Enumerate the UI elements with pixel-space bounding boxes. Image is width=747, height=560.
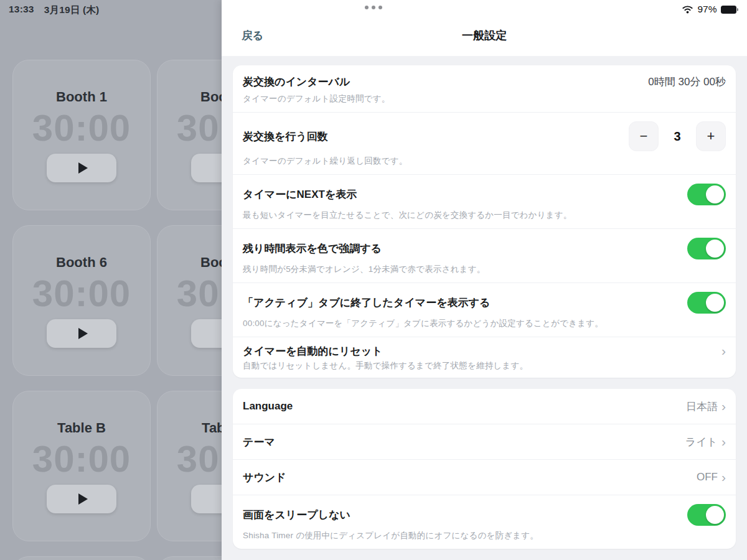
setting-row-auto-reset[interactable]: タイマーを自動的にリセット › 自動ではリセットしません。手動で操作するまで終了… (233, 337, 736, 378)
status-bar-right: 97% (682, 4, 738, 15)
show-next-toggle[interactable] (687, 184, 726, 205)
interval-value: 0時間 30分 00秒 (648, 75, 726, 89)
row-subtitle: タイマーのデフォルト繰り返し回数です。 (243, 156, 726, 167)
toggle-knob (706, 185, 724, 203)
row-title: 「アクティブ」タブに終了したタイマーを表示する (243, 296, 490, 310)
timer-board-background: 13:33 3月19日 (木) Booth 1 30:00 Booth 2 30… (0, 0, 222, 560)
chevron-right-icon: › (721, 400, 726, 413)
settings-group-app: Language 日本語 › テーマ ライト › (233, 389, 736, 549)
theme-value: ライト (685, 435, 718, 449)
setting-row-sound[interactable]: サウンド OFF › (233, 459, 736, 495)
multitask-handle-icon[interactable] (365, 6, 382, 9)
toggle-knob (706, 240, 724, 258)
row-title: タイマーを自動的にリセット (243, 344, 383, 358)
settings-list: 炭交換のインターバル 0時間 30分 00秒 タイマーのデフォルト設定時間です。… (222, 56, 747, 560)
setting-row-color-emphasis: 残り時間表示を色で強調する 残り時間が5分未満でオレンジ、1分未満で赤で表示され… (233, 228, 736, 282)
row-subtitle: タイマーのデフォルト設定時間です。 (243, 93, 726, 105)
sound-value: OFF (697, 471, 718, 483)
row-title: テーマ (243, 435, 275, 449)
setting-row-keep-awake: 画面をスリープしない Shisha Timer の使用中にディスプレイが自動的に… (233, 495, 736, 549)
row-subtitle: 最も短いタイマーを目立たせることで、次にどの炭を交換するか一目でわかります。 (243, 210, 726, 221)
color-emphasis-toggle[interactable] (687, 238, 726, 259)
row-subtitle: 自動ではリセットしません。手動で操作するまで終了状態を維持します。 (243, 360, 726, 371)
settings-group-timer: 炭交換のインターバル 0時間 30分 00秒 タイマーのデフォルト設定時間です。… (233, 65, 736, 378)
keep-awake-toggle[interactable] (687, 504, 726, 526)
toggle-knob (706, 294, 724, 312)
chevron-right-icon: › (721, 436, 726, 448)
battery-percent: 97% (697, 4, 716, 15)
row-subtitle: Shisha Timer の使用中にディスプレイが自動的にオフになるのを防ぎます… (243, 530, 726, 541)
repeat-count-stepper: − 3 + (629, 121, 726, 151)
setting-row-interval[interactable]: 炭交換のインターバル 0時間 30分 00秒 タイマーのデフォルト設定時間です。 (233, 65, 736, 112)
repeat-count-value: 3 (670, 129, 685, 144)
row-subtitle: 00:00になったタイマーを「アクティブ」タブに表示するかどうか設定することがで… (243, 318, 726, 329)
row-title: 炭交換を行う回数 (243, 129, 328, 144)
row-title: Language (243, 400, 293, 413)
row-subtitle: 残り時間が5分未満でオレンジ、1分未満で赤で表示されます。 (243, 264, 726, 275)
toggle-knob (706, 506, 724, 524)
chevron-right-icon: › (721, 345, 726, 357)
setting-row-language[interactable]: Language 日本語 › (233, 389, 736, 424)
row-title: 炭交換のインターバル (243, 75, 350, 89)
row-title: 画面をスリープしない (243, 508, 350, 522)
sheet-header: 戻る 一般設定 (222, 0, 747, 56)
row-title: タイマーにNEXTを表示 (243, 187, 357, 202)
general-settings-sheet: 戻る 一般設定 炭交換のインターバル 0時間 30分 00秒 タイマーのデフォル… (222, 0, 747, 560)
minus-button[interactable]: − (629, 121, 659, 151)
chevron-right-icon: › (721, 471, 726, 483)
plus-button[interactable]: + (696, 121, 726, 151)
row-title: サウンド (243, 470, 286, 485)
dismiss-scrim[interactable] (0, 0, 222, 560)
language-value: 日本語 (686, 399, 718, 414)
show-finished-toggle[interactable] (687, 292, 726, 314)
setting-row-theme[interactable]: テーマ ライト › (233, 424, 736, 459)
row-title: 残り時間表示を色で強調する (243, 241, 382, 256)
setting-row-show-next: タイマーにNEXTを表示 最も短いタイマーを目立たせることで、次にどの炭を交換す… (233, 174, 736, 228)
page-title: 一般設定 (222, 28, 747, 43)
wifi-icon (682, 5, 693, 14)
battery-icon (721, 6, 739, 14)
setting-row-show-finished: 「アクティブ」タブに終了したタイマーを表示する 00:00になったタイマーを「ア… (233, 282, 736, 337)
setting-row-repeat-count: 炭交換を行う回数 − 3 + タイマーのデフォルト繰り返し回数です。 (233, 112, 736, 174)
